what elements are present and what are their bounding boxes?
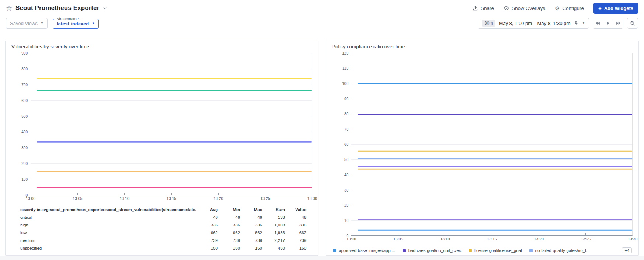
plus-icon: + [598, 6, 602, 11]
x-tick-mark [492, 233, 492, 235]
series-stat-value: 150 [196, 246, 218, 250]
series-stat-value: 138 [262, 215, 285, 219]
legend-row[interactable]: high3363363361,008336 [11, 221, 306, 229]
series-color-swatch [403, 249, 406, 252]
gridline [351, 159, 632, 160]
configure-button[interactable]: ⚙ Configure [555, 6, 584, 11]
y-tick-label: 120 [342, 51, 348, 55]
series-line [358, 83, 632, 84]
x-tick-mark [218, 193, 219, 195]
series-line [358, 229, 632, 231]
legend-chip[interactable]: license-goal/license_goal [469, 248, 522, 253]
y-tick-label: 50 [344, 158, 348, 162]
gridline [31, 100, 312, 101]
series-stat-value: 1,008 [262, 223, 285, 227]
y-tick-label: 200 [21, 162, 28, 166]
legend-chip-label: bad-cves-goal/no_curl_cves [408, 248, 461, 253]
series-color-swatch [529, 249, 533, 252]
gridline [31, 53, 312, 53]
legend-row[interactable]: unspecified150150150450150 [11, 244, 306, 252]
widget-title: Vulnerabilities by severity over time [11, 44, 312, 49]
x-tick-mark [171, 193, 172, 195]
share-button[interactable]: Share [473, 6, 494, 11]
x-tick-mark [539, 233, 539, 235]
zoom-out-icon [630, 21, 636, 26]
time-back-button[interactable] [593, 18, 603, 28]
widget-title: Policy compliance ratio over time [332, 44, 633, 49]
y-tick-label: 100 [342, 81, 348, 85]
legend-chip-label: no-failed-quality-gates/no_f... [535, 248, 590, 253]
y-tick-label: 400 [21, 130, 28, 134]
plot-area[interactable] [351, 53, 633, 236]
plot-area[interactable] [31, 53, 312, 195]
legend-row[interactable]: medium7397397392,217739 [11, 236, 306, 244]
pin-icon[interactable] [574, 21, 579, 26]
x-tick-label: 13:00 [347, 237, 356, 241]
x-tick-mark [398, 233, 398, 235]
gridline [31, 132, 312, 132]
y-tick-label: 300 [21, 146, 28, 150]
rewind-icon [595, 21, 601, 25]
zoom-out-button[interactable] [627, 18, 638, 29]
share-icon [473, 6, 478, 11]
legend-row[interactable]: critical46464613846 [11, 213, 306, 221]
x-tick-label: 13:30 [307, 196, 317, 201]
series-name: unspecified [20, 246, 196, 250]
legend-chip[interactable]: no-failed-quality-gates/no_f... [529, 248, 590, 253]
favorite-star-icon[interactable]: ☆ [6, 5, 12, 12]
saved-views-dropdown[interactable]: Saved Views ▼ [6, 18, 48, 29]
legend-column-header: Sum [262, 207, 285, 212]
legend-chip-label: approved-base-images/appr... [339, 248, 395, 253]
series-stat-value: 739 [196, 238, 218, 243]
streamname-dropdown[interactable]: streamname latest-indexed ▼ [53, 19, 99, 29]
chevron-down-icon: ▼ [92, 22, 95, 25]
series-line [358, 114, 632, 115]
legend-more-badge[interactable]: +4 [622, 247, 632, 253]
y-tick-label: 40 [344, 173, 348, 177]
x-tick-label: 13:20 [534, 237, 544, 241]
streamname-field-label: streamname [56, 17, 80, 21]
y-tick-label: 100 [21, 178, 28, 182]
legend-chip[interactable]: approved-base-images/appr... [333, 248, 395, 253]
time-forward-button[interactable] [613, 18, 623, 28]
series-name: critical [20, 215, 196, 219]
vulnerabilities-chart: 0100200300400500600700800900 13:0013:051… [11, 53, 312, 203]
series-line [358, 166, 632, 168]
gridline [351, 68, 632, 68]
series-stat-value: 150 [218, 246, 240, 250]
add-widgets-button[interactable]: + Add Widgets [593, 3, 638, 14]
gridline [351, 144, 632, 145]
show-overlays-button[interactable]: Show Overlays [504, 6, 545, 11]
series-stat-value: 662 [240, 231, 262, 235]
x-tick-label: 13:30 [628, 237, 637, 241]
legend-table: severity in avg:scout_prometheus_exporte… [11, 205, 312, 252]
y-tick-label: 800 [21, 67, 28, 71]
series-line [37, 141, 312, 143]
y-tick-label: 900 [21, 51, 28, 55]
gridline [31, 148, 312, 148]
policy-compliance-chart: 0102030405060708090100110120 13:0013:051… [332, 53, 633, 243]
y-tick-label: 60 [344, 143, 348, 147]
legend-chip[interactable]: bad-cves-goal/no_curl_cves [403, 248, 461, 253]
legend-chip-label: license-goal/license_goal [474, 248, 522, 253]
x-tick-label: 13:10 [440, 237, 450, 241]
series-stat-value: 739 [240, 238, 262, 243]
legend-column-header: Value [285, 207, 306, 212]
series-name: medium [20, 238, 196, 243]
gridline [351, 205, 632, 205]
y-tick-label: 90 [344, 97, 348, 101]
legend-column-header: Max [240, 207, 262, 212]
y-tick-label: 20 [344, 203, 348, 207]
series-stat-value: 1,986 [262, 231, 285, 235]
chevron-down-icon[interactable]: ▼ [582, 22, 585, 25]
series-name: high [20, 223, 196, 227]
series-stat-value: 336 [240, 223, 262, 227]
legend-row[interactable]: low6626626621,986662 [11, 229, 306, 236]
time-range-picker[interactable]: 30m May 8, 1:00 pm – May 8, 1:30 pm ▼ [478, 18, 589, 29]
x-tick-mark [445, 233, 445, 235]
y-tick-label: 500 [21, 114, 28, 118]
series-stat-value: 739 [218, 238, 240, 243]
x-tick-label: 13:25 [581, 237, 591, 241]
time-play-button[interactable] [603, 18, 613, 28]
title-chevron-down-icon[interactable] [102, 6, 107, 11]
